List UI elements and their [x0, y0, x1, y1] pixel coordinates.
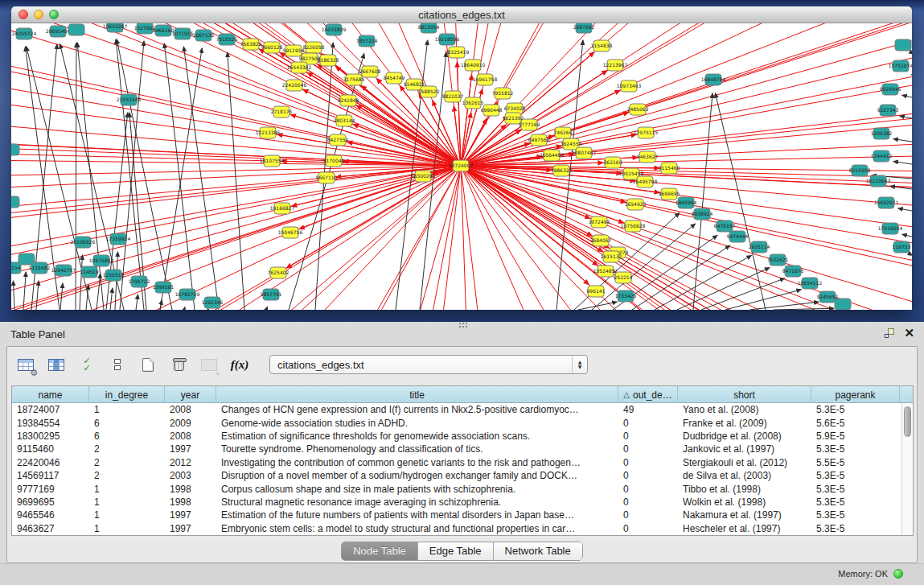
- graph-node[interactable]: [621, 80, 637, 92]
- table-row[interactable]: 1938455462009Genome-wide association stu…: [12, 416, 913, 429]
- column-header-title[interactable]: title: [216, 386, 618, 403]
- graph-node[interactable]: [873, 150, 889, 162]
- graph-node[interactable]: [785, 266, 801, 277]
- graph-node[interactable]: [878, 197, 894, 208]
- graph-node[interactable]: [330, 134, 346, 146]
- graph-node[interactable]: [505, 113, 521, 124]
- graph-node[interactable]: [81, 266, 97, 278]
- row-height-icon[interactable]: [107, 354, 128, 375]
- graph-node[interactable]: [615, 272, 631, 283]
- graph-node[interactable]: [893, 60, 909, 72]
- graph-node[interactable]: [544, 150, 560, 161]
- graph-node[interactable]: [694, 208, 710, 220]
- graph-node[interactable]: [661, 163, 677, 174]
- graph-node[interactable]: [340, 95, 356, 106]
- tab-edge-table[interactable]: Edge Table: [418, 542, 494, 560]
- graph-node[interactable]: [318, 172, 335, 183]
- graph-node[interactable]: [306, 42, 322, 53]
- function-builder-icon[interactable]: f(x): [229, 354, 250, 375]
- graph-node[interactable]: [11, 144, 19, 155]
- graph-node[interactable]: [630, 104, 646, 115]
- table-row[interactable]: 977716911998Corpus callosum shape and si…: [12, 482, 913, 495]
- create-column-icon[interactable]: [138, 354, 158, 375]
- graph-node[interactable]: [477, 74, 493, 85]
- table-row[interactable]: 946362711997Embryonic stem cells: a mode…: [12, 522, 913, 535]
- graph-node[interactable]: [717, 220, 733, 232]
- graph-node[interactable]: [465, 97, 481, 109]
- graph-node[interactable]: [386, 72, 402, 84]
- graph-node[interactable]: [873, 128, 889, 139]
- close-panel-icon[interactable]: ✕: [904, 328, 914, 339]
- graph-node[interactable]: [819, 291, 836, 303]
- graph-node[interactable]: [880, 105, 896, 116]
- graph-node[interactable]: [121, 94, 137, 105]
- graph-node[interactable]: [11, 262, 21, 274]
- graph-node[interactable]: [273, 106, 290, 117]
- graph-node[interactable]: [137, 23, 153, 34]
- graph-node[interactable]: [483, 105, 499, 116]
- column-header-in_degree[interactable]: in_degree: [89, 386, 165, 403]
- graph-node[interactable]: [286, 80, 302, 91]
- close-button-icon[interactable]: [18, 10, 28, 19]
- graph-node[interactable]: [270, 267, 286, 278]
- graph-node[interactable]: [882, 84, 898, 95]
- graph-node[interactable]: [107, 23, 123, 32]
- graph-node[interactable]: [605, 157, 621, 168]
- graph-node[interactable]: [179, 289, 195, 300]
- tab-network-table[interactable]: Network Table: [494, 542, 582, 560]
- graph-node[interactable]: [110, 233, 126, 245]
- graph-node[interactable]: [751, 241, 767, 253]
- graph-node[interactable]: [553, 165, 569, 176]
- graph-node[interactable]: [593, 40, 610, 51]
- column-header-out_degree[interactable]: △out_de…: [618, 386, 678, 403]
- graph-node[interactable]: [131, 276, 147, 287]
- splitter-handle[interactable]: [458, 322, 468, 328]
- graph-node[interactable]: [637, 176, 653, 187]
- graph-node[interactable]: [204, 297, 220, 308]
- zoom-button-icon[interactable]: [49, 10, 59, 19]
- graph-node[interactable]: [449, 47, 465, 58]
- graph-node[interactable]: [661, 188, 677, 200]
- vertical-scrollbar[interactable]: [901, 403, 913, 535]
- graph-node[interactable]: [770, 254, 786, 266]
- graph-node[interactable]: [16, 28, 32, 39]
- graph-node[interactable]: [291, 62, 307, 73]
- minimize-button-icon[interactable]: [34, 10, 43, 19]
- graph-node[interactable]: [50, 26, 66, 37]
- graph-node[interactable]: [835, 299, 851, 310]
- show-columns-icon[interactable]: [46, 354, 67, 375]
- graph-node[interactable]: [603, 251, 619, 262]
- graph-node[interactable]: [555, 127, 571, 138]
- graph-node[interactable]: [155, 25, 171, 36]
- graph-node[interactable]: [445, 91, 461, 102]
- graph-node[interactable]: [638, 127, 654, 138]
- graph-node[interactable]: [802, 278, 818, 289]
- column-header-year[interactable]: year: [165, 386, 216, 403]
- graph-node[interactable]: [68, 24, 84, 35]
- scrollbar-thumb[interactable]: [904, 406, 911, 437]
- select-rows-icon[interactable]: ✓✓: [76, 354, 97, 375]
- network-window-titlebar[interactable]: citations_edges.txt: [11, 6, 912, 23]
- graph-node[interactable]: [576, 23, 592, 33]
- graph-node[interactable]: [598, 266, 614, 277]
- graph-node[interactable]: [219, 34, 235, 45]
- graph-node[interactable]: [421, 86, 437, 97]
- table-row[interactable]: 911546021997Tourette syndrome. Phenomeno…: [12, 443, 913, 455]
- graph-node[interactable]: [175, 28, 191, 39]
- graph-node[interactable]: [11, 196, 19, 208]
- graph-node[interactable]: [625, 220, 641, 232]
- graph-node[interactable]: [439, 34, 455, 45]
- float-window-icon[interactable]: [885, 328, 894, 338]
- column-header-pagerank[interactable]: pagerank: [811, 386, 900, 403]
- graph-node[interactable]: [639, 151, 655, 163]
- graph-node[interactable]: [415, 171, 431, 182]
- graph-node[interactable]: [495, 88, 511, 99]
- graph-node[interactable]: [362, 66, 378, 77]
- graph-node[interactable]: [55, 265, 72, 276]
- table-row[interactable]: 1830029562008Estimation of significance …: [12, 430, 913, 443]
- table-row[interactable]: 2242004622012Investigating the contribut…: [12, 456, 913, 469]
- graph-node[interactable]: [453, 160, 469, 171]
- network-canvas[interactable]: 1872400776638229660128591295482260589827…: [11, 23, 912, 310]
- graph-node[interactable]: [105, 270, 121, 281]
- graph-node[interactable]: [893, 241, 910, 253]
